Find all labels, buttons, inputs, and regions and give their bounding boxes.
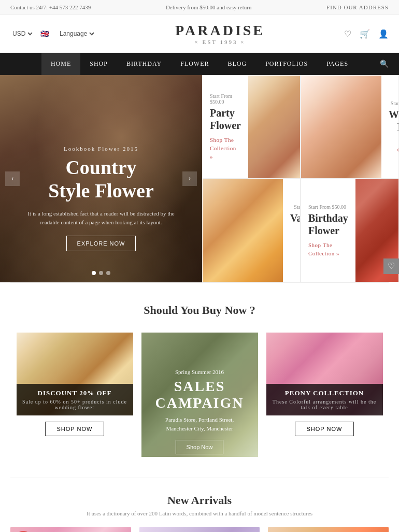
nav-birthday[interactable]: BIRTHDAY — [117, 53, 171, 75]
top-bar: Contact us 24/7: +44 573 222 7439 Delive… — [0, 0, 399, 15]
panel-birthday-link[interactable]: Shop The Collection — [308, 242, 339, 256]
panel-party-text: Start From $50.00 PartyFlower Shop The C… — [203, 85, 248, 169]
panel-party-link[interactable]: Shop The Collection — [210, 137, 236, 160]
header: USD EUR GBP 🇬🇧 Language PARADISE × EST 1… — [0, 15, 399, 53]
panel-party-image — [248, 76, 301, 178]
panel-valentine-text: Start From $50.00 ValentineFlower Shop T… — [283, 196, 301, 266]
panel-valentine-flower: Start From $50.00 ValentineFlower Shop T… — [202, 179, 301, 282]
hero-section: ‹ › Lookbook Flower 2015 CountryStyle Fl… — [0, 75, 399, 282]
should-buy-title: Should You Buy Now ? — [10, 304, 389, 317]
contact-info: Contact us 24/7: +44 573 222 7439 — [10, 4, 91, 10]
promo-peony-body: Shop Now — [266, 415, 383, 442]
panel-birthday-price: Start From $50.00 — [308, 204, 348, 210]
wishlist-icon[interactable]: ♡ — [344, 29, 351, 39]
hero-dot-3[interactable] — [106, 271, 110, 275]
new-arrivals-title: New Arrivals — [10, 494, 389, 507]
nav-portfolios[interactable]: PORTFOLIOS — [256, 53, 317, 75]
panel-wedding-image — [301, 76, 381, 178]
new-arrivals-section: New Arrivals It uses a dictionary of ove… — [0, 478, 399, 532]
language-select[interactable]: Language — [58, 30, 96, 38]
header-left: USD EUR GBP 🇬🇧 Language — [10, 30, 96, 38]
hero-description: It is a long established fact that a rea… — [21, 209, 181, 227]
promo-peony-badge: PEONY COLLECTION These Colorful arrangem… — [266, 384, 383, 415]
cart-icon[interactable]: 🛒 — [360, 29, 370, 39]
promo-campaign-title: SALESCAMPAIGN — [152, 378, 248, 411]
panel-birthday-text: Start From $50.00 BirthdayFlower Shop Th… — [301, 196, 355, 266]
hero-dots — [92, 271, 110, 275]
promo-peony-sub: These Colorful arrangements will be the … — [272, 399, 378, 410]
panel-party-title: PartyFlower — [210, 107, 241, 132]
logo: PARADISE × EST 1993 × — [96, 22, 344, 45]
panel-party-price: Start From $50.00 — [210, 93, 241, 105]
hero-content: Lookbook Flower 2015 CountryStyle Flower… — [0, 146, 202, 251]
flag-icon: 🇬🇧 — [40, 30, 49, 38]
product-1-image — [10, 527, 131, 532]
panel-valentine-image — [203, 179, 283, 282]
promo-card-campaign: Spring Summer 2016 SALESCAMPAIGN Paradis… — [141, 333, 258, 457]
nav-blog[interactable]: BLOG — [219, 53, 256, 75]
nav-flower[interactable]: FLOWER — [171, 53, 218, 75]
should-buy-section: Should You Buy Now ? DISCOUNT 20% OFF Sa… — [0, 283, 399, 478]
logo-title[interactable]: PARADISE — [96, 22, 344, 39]
promo-grid: DISCOUNT 20% OFF Sale up to 60% on 50+ p… — [10, 333, 389, 457]
promo-campaign-desc: Paradis Store, Portland Street,Mancheste… — [152, 415, 248, 433]
product-card-3 — [268, 527, 389, 532]
promo-card-peony: PEONY COLLECTION These Colorful arrangem… — [266, 333, 383, 457]
panel-party-flower: Start From $50.00 PartyFlower Shop The C… — [202, 75, 301, 179]
delivery-info: Delivery from $50.00 and easy return — [166, 4, 252, 10]
promo-discount-body: Shop Now — [17, 415, 133, 442]
panel-wedding-flower: Start From $50.00 WeddingFlower Shop The… — [301, 75, 399, 179]
product-card-1: Sale! — [10, 527, 131, 532]
main-nav: HOME SHOP BIRTHDAY FLOWER BLOG PORTFOLIO… — [0, 53, 399, 75]
promo-discount-sub: Sale up to 60% on 50+ products in clude … — [22, 399, 128, 410]
product-3-image — [268, 527, 389, 532]
logo-subtitle: × EST 1993 × — [96, 39, 344, 45]
new-arrivals-subtitle: It uses a dictionary of over 200 Latin w… — [10, 510, 389, 516]
nav-shop[interactable]: SHOP — [80, 53, 117, 75]
currency-select[interactable]: USD EUR GBP — [10, 30, 34, 38]
panel-birthday-title: BirthdayFlower — [308, 212, 348, 237]
promo-discount-btn[interactable]: Shop Now — [45, 422, 105, 436]
hero-dot-1[interactable] — [92, 271, 96, 275]
promo-campaign-btn[interactable]: Shop Now — [176, 440, 224, 454]
product-card-2 — [139, 527, 260, 532]
product-2-image — [139, 527, 260, 532]
panel-wedding-price: Start From $50.00 — [389, 100, 399, 106]
panel-wedding-text: Start From $50.00 WeddingFlower Shop The… — [381, 92, 399, 162]
nav-pages[interactable]: PAGES — [317, 53, 358, 75]
hero-slide: ‹ › Lookbook Flower 2015 CountryStyle Fl… — [0, 75, 202, 282]
products-grid: Sale! — [10, 527, 389, 532]
panel-valentine-price: Start From $50.00 — [290, 204, 301, 210]
address-link[interactable]: FIND OUR ADDRESS — [326, 4, 389, 10]
promo-card-discount: DISCOUNT 20% OFF Sale up to 60% on 50+ p… — [17, 333, 133, 457]
hero-label: Lookbook Flower 2015 — [21, 146, 181, 152]
search-icon[interactable]: 🔍 — [380, 60, 389, 68]
account-icon[interactable]: 👤 — [378, 29, 389, 39]
nav-home[interactable]: HOME — [41, 53, 80, 75]
promo-campaign-overlay: Spring Summer 2016 SALESCAMPAIGN Paradis… — [141, 358, 258, 457]
promo-peony-btn[interactable]: Shop Now — [295, 422, 354, 436]
hero-dot-2[interactable] — [99, 271, 103, 275]
promo-discount-badge: DISCOUNT 20% OFF Sale up to 60% on 50+ p… — [17, 384, 133, 415]
header-right: ♡ 🛒 👤 — [344, 29, 389, 39]
panel-valentine-title: ValentineFlower — [290, 212, 301, 237]
promo-campaign-sub: Spring Summer 2016 — [152, 369, 248, 375]
sidebar-wishlist-btn[interactable]: ♡ — [383, 258, 399, 274]
panel-wedding-title: WeddingFlower — [389, 108, 399, 133]
hero-panels: Start From $50.00 PartyFlower Shop The C… — [202, 75, 399, 282]
hero-title: CountryStyle Flower — [21, 156, 181, 203]
panel-wedding-link[interactable]: Shop The Collection — [397, 138, 399, 153]
hero-explore-button[interactable]: Explore Now — [66, 236, 136, 251]
